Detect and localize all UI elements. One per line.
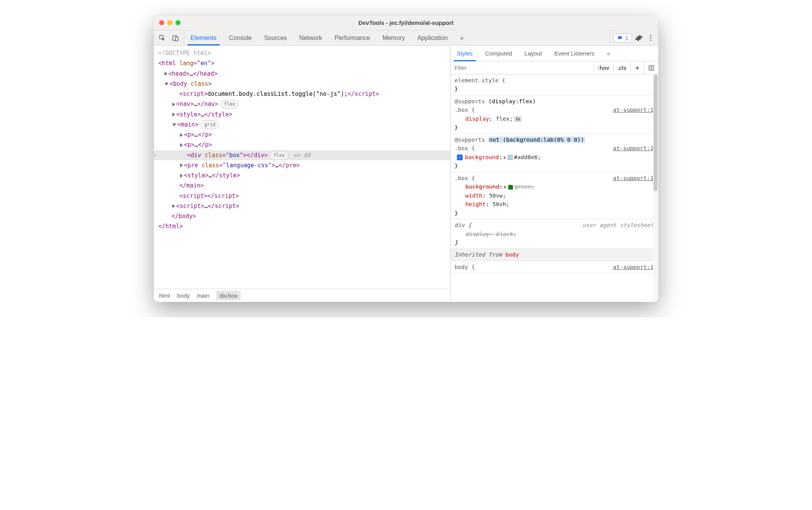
cls-toggle[interactable]: .cls: [613, 61, 630, 74]
dom-script-inline[interactable]: <script>document.body.classList.toggle("…: [154, 89, 450, 99]
scrollbar[interactable]: [653, 75, 658, 302]
tab-console[interactable]: Console: [223, 30, 258, 45]
rule-element-style[interactable]: element.style { }: [451, 75, 658, 95]
caret-right-icon[interactable]: [180, 133, 183, 137]
rule-box-base[interactable]: at-support:1.box { background:green; wid…: [451, 172, 658, 219]
rule-source-link[interactable]: at-support:1: [613, 263, 654, 271]
svg-rect-2: [175, 37, 178, 41]
caret-down-icon[interactable]: [165, 83, 168, 85]
kebab-menu-icon[interactable]: [646, 33, 655, 43]
flex-editor-icon[interactable]: [514, 116, 521, 122]
tab-computed[interactable]: Computed: [479, 46, 518, 61]
devtools-window: DevTools - jec.fyi/demo/at-support Eleme…: [154, 16, 658, 302]
expand-triangle-icon[interactable]: [504, 156, 506, 159]
expand-triangle-icon[interactable]: [504, 186, 507, 189]
titlebar: DevTools - jec.fyi/demo/at-support: [154, 16, 658, 30]
supports-condition-highlight: not (background:lab(0% 0 0)): [488, 137, 585, 143]
caret-right-icon[interactable]: [172, 113, 175, 116]
color-swatch[interactable]: [508, 155, 513, 160]
minimize-window-button[interactable]: [167, 20, 172, 25]
dom-doctype[interactable]: <!DOCTYPE html>: [154, 48, 450, 58]
elements-panel: <!DOCTYPE html> <html lang="en"> <head>……: [154, 46, 451, 302]
crumb-main[interactable]: main: [197, 292, 210, 299]
main-toolbar: Elements Console Sources Network Perform…: [154, 30, 658, 46]
caret-right-icon[interactable]: [172, 204, 175, 208]
dom-html-open[interactable]: <html lang="en">: [154, 58, 450, 68]
caret-down-icon[interactable]: [172, 123, 176, 126]
tab-event-listeners[interactable]: Event Listeners: [548, 46, 600, 61]
flex-badge[interactable]: flex: [220, 100, 239, 109]
settings-gear-icon[interactable]: [634, 33, 644, 43]
new-style-rule-button[interactable]: [630, 61, 644, 74]
dom-div-box-selected[interactable]: <div class="box"></div>flex== $0: [154, 150, 450, 160]
toolbar-left-icons: [154, 30, 184, 45]
dom-body-close[interactable]: </body>: [154, 211, 450, 221]
dom-main-close[interactable]: </main>: [154, 180, 450, 191]
main-content: <!DOCTYPE html> <html lang="en"> <head>……: [154, 46, 658, 302]
rule-supports-flex[interactable]: @supports (display:flex) at-support:1.bo…: [451, 95, 658, 134]
window-title: DevTools - jec.fyi/demo/at-support: [154, 19, 658, 26]
tab-performance[interactable]: Performance: [328, 30, 377, 45]
dom-body-open[interactable]: <body class>: [154, 79, 450, 89]
dom-tree[interactable]: <!DOCTYPE html> <html lang="en"> <head>……: [154, 46, 450, 289]
dom-p1[interactable]: <p>…</p>: [154, 130, 450, 140]
caret-right-icon[interactable]: [180, 163, 183, 167]
caret-right-icon[interactable]: [180, 143, 183, 147]
styles-toolbar: :hov .cls: [451, 61, 658, 75]
scrollbar-thumb[interactable]: [654, 75, 658, 191]
rule-source-link[interactable]: at-support:1: [613, 106, 654, 114]
more-styles-tabs-icon[interactable]: »: [601, 46, 616, 61]
dom-script-empty[interactable]: <script></script>: [154, 191, 450, 201]
rule-user-agent[interactable]: user agent stylesheetdiv { display: bloc…: [451, 219, 658, 249]
dom-script-collapsed[interactable]: <script>…</script>: [154, 201, 450, 211]
inherited-from-header: Inherited from body: [451, 249, 658, 261]
hover-toggle[interactable]: :hov: [593, 61, 613, 74]
dom-pre[interactable]: <pre class="language-css">…</pre>: [154, 160, 450, 170]
dom-nav[interactable]: <nav>…</nav>flex: [154, 99, 450, 109]
property-checkbox[interactable]: ✓: [457, 154, 463, 160]
issues-count: 1: [625, 35, 628, 41]
computed-sidebar-toggle-icon[interactable]: [644, 61, 658, 74]
dom-html-close[interactable]: </html>: [154, 221, 450, 231]
rule-supports-not-lab[interactable]: @supports not (background:lab(0% 0 0)) a…: [451, 134, 658, 172]
rule-body-inherited[interactable]: at-support:1body {: [451, 261, 658, 273]
styles-tabs: Styles Computed Layout Event Listeners »: [451, 46, 658, 61]
crumb-html[interactable]: html: [159, 292, 170, 299]
flex-badge[interactable]: flex: [270, 151, 288, 160]
dom-style2[interactable]: <style>…</style>: [154, 170, 450, 180]
tab-elements[interactable]: Elements: [184, 30, 223, 45]
tab-layout[interactable]: Layout: [518, 46, 548, 61]
main-tabs: Elements Console Sources Network Perform…: [184, 30, 610, 45]
more-tabs-icon[interactable]: »: [454, 30, 470, 45]
maximize-window-button[interactable]: [175, 20, 180, 25]
dom-style1[interactable]: <style>…</style>: [154, 109, 450, 120]
grid-badge[interactable]: grid: [201, 120, 219, 129]
rule-source-link[interactable]: at-support:1: [613, 144, 654, 153]
crumb-body[interactable]: body: [177, 292, 190, 299]
tab-network[interactable]: Network: [293, 30, 328, 45]
dom-main-open[interactable]: <main>grid: [154, 120, 450, 130]
tab-sources[interactable]: Sources: [258, 30, 293, 45]
tab-application[interactable]: Application: [411, 30, 454, 45]
eq0-indicator: == $0: [293, 152, 311, 159]
chat-icon: [617, 35, 623, 41]
color-swatch[interactable]: [508, 185, 513, 190]
traffic-lights: [154, 20, 180, 25]
dom-p2[interactable]: <p>…</p>: [154, 140, 450, 150]
caret-right-icon[interactable]: [180, 174, 183, 178]
toolbar-right: 1: [610, 30, 658, 45]
rule-source-link[interactable]: at-support:1: [613, 174, 654, 182]
close-window-button[interactable]: [159, 20, 164, 25]
dom-head[interactable]: <head>…</head>: [154, 69, 450, 79]
caret-right-icon[interactable]: [172, 102, 175, 106]
inspect-element-icon[interactable]: [158, 33, 167, 43]
styles-filter-input[interactable]: [451, 61, 593, 74]
tab-memory[interactable]: Memory: [376, 30, 411, 45]
rule-source-ua: user agent stylesheet: [583, 221, 654, 229]
tab-styles[interactable]: Styles: [451, 46, 479, 61]
styles-rules[interactable]: element.style { } @supports (display:fle…: [451, 75, 658, 302]
device-toolbar-icon[interactable]: [171, 33, 180, 43]
crumb-div-box[interactable]: div.box: [216, 291, 240, 300]
caret-right-icon[interactable]: [165, 72, 167, 76]
issues-badge[interactable]: 1: [613, 34, 632, 42]
